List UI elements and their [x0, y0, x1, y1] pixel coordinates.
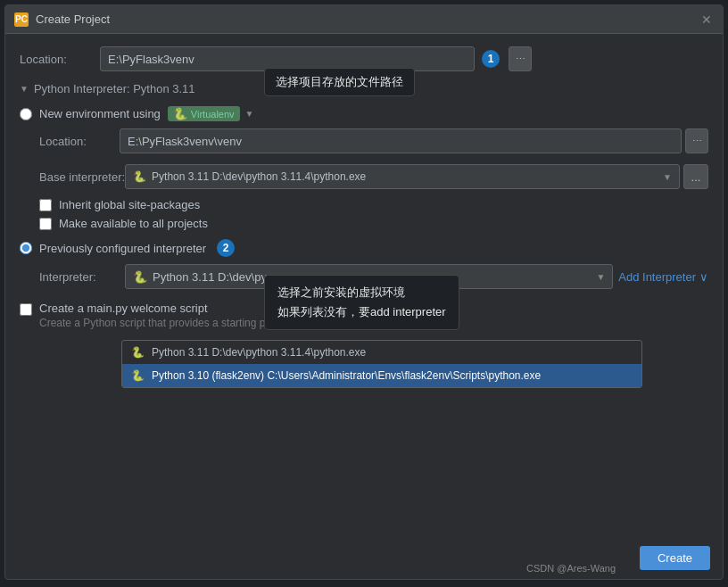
create-main-sub-label: Create a Python script that provides a s… — [39, 317, 294, 329]
env-location-input[interactable] — [120, 128, 682, 153]
app-icon: PC — [14, 12, 29, 27]
tooltip2-line2: 如果列表没有，要add interpreter — [277, 305, 446, 318]
env-location-label: Location: — [39, 135, 120, 148]
tooltip1-bubble: 选择项目存放的文件路径 — [264, 68, 415, 96]
create-main-checkbox[interactable] — [20, 303, 32, 316]
add-interpreter-chevron-icon: ∨ — [699, 270, 708, 284]
env-location-row: Location: ⋯ — [39, 128, 708, 153]
location-label: Location: — [20, 53, 100, 66]
dialog-footer: Create — [627, 537, 723, 579]
base-interpreter-value: Python 3.11 D:\dev\python 3.11.4\python.… — [152, 170, 366, 183]
create-main-label: Create a main.py welcome script — [39, 302, 294, 315]
browse-location-button[interactable]: ⋯ — [509, 46, 532, 71]
env-type-selector[interactable]: 🐍 Virtualenv ▼ — [168, 106, 254, 121]
env-type-text: Virtualenv — [191, 109, 235, 120]
dropdown-item-python311-text: Python 3.11 D:\dev\python 3.11.4\python.… — [152, 346, 366, 359]
base-interpreter-dots-button[interactable]: ... — [683, 164, 708, 189]
dialog-title: Create Project — [36, 12, 699, 26]
prev-configured-label: Previously configured interpreter — [39, 242, 206, 255]
dropdown-item-flask2env-text: Python 3.10 (flask2env) C:\Users\Adminis… — [152, 369, 541, 382]
add-interpreter-label: Add Interpreter — [618, 270, 696, 284]
python-icon: 🐍 — [133, 170, 146, 183]
title-bar: PC Create Project ✕ — [5, 5, 723, 34]
interpreter-python-icon: 🐍 — [133, 270, 147, 284]
python311-icon: 🐍 — [131, 346, 145, 359]
prev-configured-radio-row: Previously configured interpreter 2 — [20, 239, 708, 257]
inherit-global-row: Inherit global site-packages — [39, 198, 708, 211]
env-settings-indented: Location: ⋯ Base interpreter: 🐍 Python 3… — [20, 128, 708, 230]
dropdown-item-python311[interactable]: 🐍 Python 3.11 D:\dev\python 3.11.4\pytho… — [122, 341, 641, 364]
interpreter-value: Python 3.11 D:\dev\py... — [153, 270, 276, 284]
interpreter-dropdown-list: 🐍 Python 3.11 D:\dev\python 3.11.4\pytho… — [121, 340, 642, 388]
flask2env-icon: 🐍 — [131, 369, 145, 382]
tooltip2-bubble: 选择之前安装的虚拟环境 如果列表没有，要add interpreter — [264, 275, 459, 330]
dialog-body: Location: 1 选择项目存放的文件路径 ⋯ ▼ Python Inter… — [5, 34, 723, 579]
tooltip2-line1: 选择之前安装的虚拟环境 — [277, 285, 405, 299]
add-interpreter-button[interactable]: Add Interpreter ∨ — [618, 270, 708, 284]
tooltip1-badge: 1 — [482, 50, 500, 68]
tooltip1-text: 选择项目存放的文件路径 — [276, 75, 403, 88]
env-type-dropdown-arrow: ▼ — [245, 109, 254, 119]
prev-configured-radio[interactable] — [20, 242, 32, 254]
dropdown-item-flask2env[interactable]: 🐍 Python 3.10 (flask2env) C:\Users\Admin… — [122, 364, 641, 387]
browse-env-button[interactable]: ⋯ — [685, 128, 708, 153]
create-project-dialog: PC Create Project ✕ Location: 1 选择项目存放的文… — [4, 4, 724, 580]
make-available-row: Make available to all projects — [39, 217, 708, 230]
make-available-checkbox[interactable] — [39, 218, 52, 230]
new-env-radio-row: New environment using 🐍 Virtualenv ▼ — [20, 106, 708, 121]
make-available-label: Make available to all projects — [59, 217, 208, 230]
env-type-badge: 🐍 Virtualenv — [168, 106, 240, 121]
new-env-label: New environment using — [39, 107, 161, 120]
inherit-global-checkbox[interactable] — [39, 199, 52, 211]
new-env-radio[interactable] — [20, 108, 32, 120]
python-interpreter-label: Python Interpreter: Python 3.11 — [34, 82, 195, 95]
create-button[interactable]: Create — [640, 546, 710, 570]
interpreter-field-label: Interpreter: — [39, 270, 120, 284]
location-row: Location: 1 选择项目存放的文件路径 ⋯ — [20, 46, 708, 71]
close-button[interactable]: ✕ — [699, 12, 714, 27]
base-interpreter-row: Base interpreter: 🐍 Python 3.11 D:\dev\p… — [39, 164, 708, 189]
watermark: CSDN @Ares-Wang — [526, 563, 616, 574]
tooltip2-badge: 2 — [217, 239, 235, 257]
base-interpreter-arrow-icon: ▼ — [663, 172, 672, 182]
inherit-global-label: Inherit global site-packages — [59, 198, 200, 211]
base-interpreter-dropdown[interactable]: 🐍 Python 3.11 D:\dev\python 3.11.4\pytho… — [125, 164, 680, 189]
base-interpreter-label: Base interpreter: — [39, 170, 125, 184]
section-arrow-icon: ▼ — [20, 84, 29, 94]
interpreter-dropdown-arrow-icon: ▼ — [596, 272, 605, 282]
